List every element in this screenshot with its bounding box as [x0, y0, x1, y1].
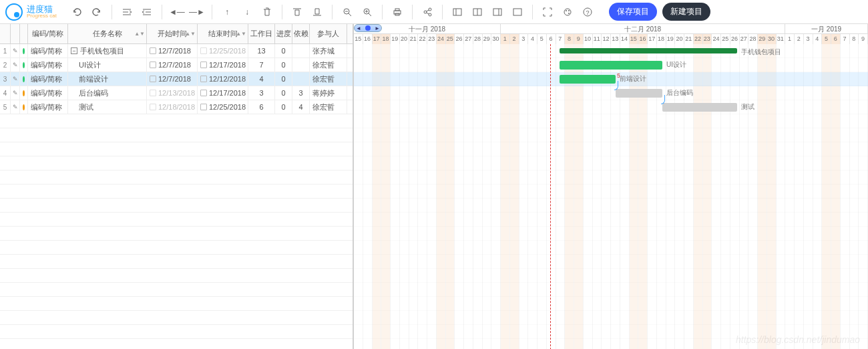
- end-date[interactable]: 12/17/2018: [198, 58, 248, 72]
- day-cell[interactable]: 27: [740, 34, 749, 44]
- day-cell[interactable]: 24: [712, 34, 721, 44]
- start-date[interactable]: 12/7/2018: [147, 58, 198, 72]
- day-cell[interactable]: 22: [694, 34, 703, 44]
- collapse-icon[interactable]: −: [71, 47, 77, 54]
- day-cell[interactable]: 1: [501, 34, 510, 44]
- day-cell[interactable]: 30: [491, 34, 501, 44]
- day-cell[interactable]: 27: [464, 34, 473, 44]
- task-row[interactable]: 3✎编码/简称前端设计12/7/201812/12/201840徐宏哲: [0, 72, 353, 86]
- end-date[interactable]: 12/25/2018: [198, 100, 248, 114]
- day-cell[interactable]: 26: [455, 34, 464, 44]
- task-name[interactable]: UI设计: [68, 58, 147, 72]
- day-cell[interactable]: 28: [473, 34, 483, 44]
- day-cell[interactable]: 16: [638, 34, 648, 44]
- col-end[interactable]: 结束时间▲▼: [198, 24, 248, 43]
- layout-3-button[interactable]: [488, 3, 507, 21]
- day-cell[interactable]: 4: [528, 34, 537, 44]
- col-progress[interactable]: 进度: [275, 24, 292, 43]
- align-top-button[interactable]: [288, 3, 306, 21]
- layout-1-button[interactable]: [448, 3, 467, 21]
- task-row[interactable]: 2✎编码/简称UI设计12/7/201812/17/201870徐宏哲: [0, 58, 353, 72]
- col-participant[interactable]: 参与人: [310, 24, 347, 43]
- task-row[interactable]: 4✎编码/简称后台编码12/13/201812/17/2018303蒋婷婷: [0, 86, 353, 100]
- gantt-bar[interactable]: 后台编码: [616, 89, 662, 98]
- align-bottom-button[interactable]: [308, 3, 327, 21]
- day-cell[interactable]: 18: [657, 34, 666, 44]
- day-cell[interactable]: 12: [602, 34, 611, 44]
- day-cell[interactable]: 3: [519, 34, 529, 44]
- outdent-button[interactable]: [118, 3, 136, 21]
- gantt-body[interactable]: 手机钱包项目UI设计前端设计5后台编码测试: [354, 44, 868, 349]
- day-cell[interactable]: 10: [584, 34, 593, 44]
- task-code[interactable]: 编码/简称: [28, 58, 68, 72]
- day-cell[interactable]: 28: [748, 34, 758, 44]
- task-name[interactable]: −手机钱包项目: [68, 44, 147, 57]
- edit-icon[interactable]: ✎: [11, 58, 20, 72]
- delete-button[interactable]: [258, 3, 276, 21]
- layout-2-button[interactable]: [468, 3, 487, 21]
- day-cell[interactable]: 5: [822, 34, 831, 44]
- day-cell[interactable]: 22: [418, 34, 427, 44]
- day-cell[interactable]: 18: [381, 34, 391, 44]
- end-date[interactable]: 12/12/2018: [198, 72, 248, 86]
- col-code[interactable]: 编码/简称: [28, 24, 68, 43]
- task-row[interactable]: 1✎编码/简称−手机钱包项目12/7/201812/25/2018130张齐城: [0, 44, 353, 58]
- save-project-button[interactable]: 保存项目: [609, 3, 657, 21]
- task-code[interactable]: 编码/简称: [28, 86, 68, 100]
- day-cell[interactable]: 11: [593, 34, 602, 44]
- gantt-bar[interactable]: 前端设计5: [560, 75, 616, 84]
- day-cell[interactable]: 21: [409, 34, 419, 44]
- move-right-button[interactable]: —►: [188, 3, 206, 21]
- day-cell[interactable]: 23: [427, 34, 437, 44]
- day-cell[interactable]: 7: [556, 34, 566, 44]
- col-start[interactable]: 开始时间▲▼: [147, 24, 198, 43]
- day-cell[interactable]: 30: [767, 34, 777, 44]
- day-cell[interactable]: 8: [850, 34, 859, 44]
- task-name[interactable]: 前端设计: [68, 72, 147, 86]
- task-code[interactable]: 编码/简称: [28, 72, 68, 86]
- day-cell[interactable]: 1: [785, 34, 795, 44]
- day-cell[interactable]: 4: [813, 34, 823, 44]
- col-name[interactable]: 任务名称▲▼: [68, 24, 147, 43]
- day-cell[interactable]: 9: [859, 34, 868, 44]
- day-cell[interactable]: 31: [777, 34, 786, 44]
- start-date[interactable]: 12/13/2018: [147, 86, 198, 100]
- day-cell[interactable]: 20: [675, 34, 684, 44]
- zoom-in-button[interactable]: [358, 3, 377, 21]
- day-cell[interactable]: 25: [446, 34, 455, 44]
- gantt-bar[interactable]: 测试: [662, 103, 737, 112]
- start-date[interactable]: 12/7/2018: [147, 44, 198, 57]
- day-cell[interactable]: 13: [611, 34, 620, 44]
- day-cell[interactable]: 14: [620, 34, 630, 44]
- day-cell[interactable]: 7: [841, 34, 850, 44]
- move-down-button[interactable]: ↓: [238, 3, 256, 21]
- task-code[interactable]: 编码/简称: [28, 44, 68, 57]
- col-workdays[interactable]: 工作日: [248, 24, 275, 43]
- new-project-button[interactable]: 新建项目: [662, 3, 710, 21]
- day-cell[interactable]: 19: [666, 34, 676, 44]
- task-row[interactable]: 5✎编码/简称测试12/18/201812/25/2018604徐宏哲: [0, 100, 353, 114]
- day-cell[interactable]: 17: [373, 34, 382, 44]
- day-cell[interactable]: 24: [437, 34, 446, 44]
- day-cell[interactable]: 25: [721, 34, 730, 44]
- day-cell[interactable]: 2: [510, 34, 519, 44]
- end-date[interactable]: 12/25/2018: [198, 44, 248, 57]
- day-cell[interactable]: 23: [703, 34, 712, 44]
- day-cell[interactable]: 21: [684, 34, 694, 44]
- day-cell[interactable]: 5: [537, 34, 547, 44]
- day-cell[interactable]: 3: [804, 34, 813, 44]
- undo-button[interactable]: [67, 3, 86, 21]
- task-name[interactable]: 后台编码: [68, 86, 147, 100]
- day-cell[interactable]: 16: [363, 34, 373, 44]
- day-cell[interactable]: 6: [547, 34, 556, 44]
- print-button[interactable]: [388, 3, 407, 21]
- day-cell[interactable]: 17: [648, 34, 657, 44]
- edit-icon[interactable]: ✎: [11, 44, 20, 57]
- fullscreen-button[interactable]: [538, 3, 557, 21]
- move-left-button[interactable]: ◄—: [168, 3, 186, 21]
- day-cell[interactable]: 29: [483, 34, 492, 44]
- redo-button[interactable]: [87, 3, 106, 21]
- col-dependency[interactable]: 依赖: [292, 24, 310, 43]
- start-date[interactable]: 12/7/2018: [147, 72, 198, 86]
- gantt-bar[interactable]: UI设计: [560, 61, 662, 70]
